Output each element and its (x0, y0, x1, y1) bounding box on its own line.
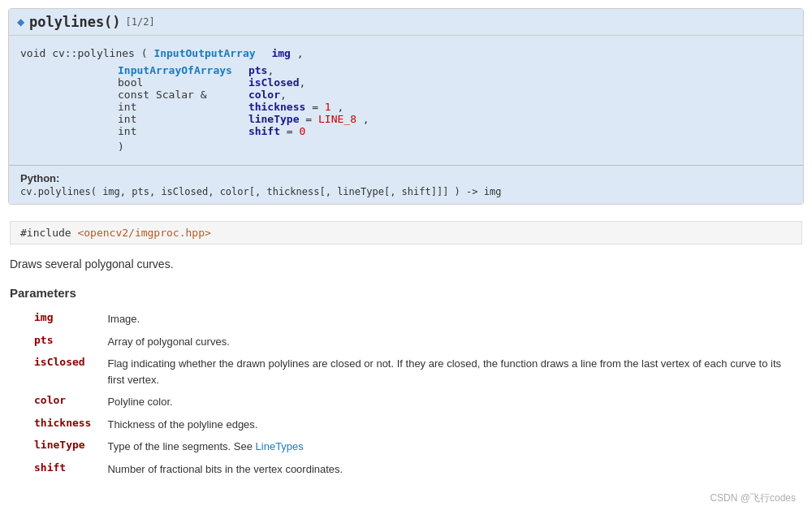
param-desc-color: Polyline color. (104, 391, 802, 413)
param-row-isClosed: bool isClosed, (118, 76, 369, 89)
param-img-name: img (271, 47, 290, 59)
param-img-comma: , (297, 47, 304, 59)
parameters-heading: Parameters (10, 286, 802, 300)
param-name-shift: shift = 0 (248, 125, 369, 137)
param-desc-isClosed: Flag indicating whether the drawn polyli… (104, 353, 802, 391)
python-section: Python: cv.polylines( img, pts, isClosed… (9, 165, 803, 204)
include-filename: <opencv2/imgproc.hpp> (77, 227, 210, 239)
diamond-icon: ◆ (17, 16, 24, 28)
include-directive: #include (20, 227, 71, 239)
param-name-isClosed: isClosed, (248, 76, 369, 89)
param-name-pts: pts, (248, 64, 369, 76)
param-key-pts: pts (10, 331, 104, 353)
param-type-color: const Scalar & (118, 89, 248, 101)
param-desc-img: Image. (104, 308, 802, 331)
description: Draws several polygonal curves. (10, 256, 802, 273)
list-item: shift Number of fractional bits in the v… (10, 458, 802, 481)
param-name-color: color, (248, 89, 369, 101)
signature-header: ◆ polylines() [1/2] (9, 9, 803, 36)
python-label: Python: (20, 172, 792, 184)
param-row-shift: int shift = 0 (118, 125, 369, 137)
param-key-color: color (10, 391, 104, 413)
signature-body: void cv::polylines ( InputOutputArray im… (9, 36, 803, 165)
param-type-pts: InputArrayOfArrays (118, 64, 248, 76)
param-key-thickness: thickness (10, 413, 104, 436)
param-name-thickness: thickness = 1 , (248, 101, 369, 113)
param-desc-shift: Number of fractional bits in the vertex … (104, 458, 802, 481)
watermark: CSDN @飞行codes (8, 491, 804, 505)
param-type-thickness: int (118, 101, 248, 113)
list-item: pts Array of polygonal curves. (10, 331, 802, 353)
params-table: InputArrayOfArrays pts, bool isClosed, c… (118, 64, 369, 137)
signature-box: ◆ polylines() [1/2] void cv::polylines (… (8, 8, 804, 205)
param-row-thickness: int thickness = 1 , (118, 101, 369, 113)
param-name-lineType: lineType = LINE_8 , (248, 113, 369, 125)
param-desc-pts: Array of polygonal curves. (104, 331, 802, 353)
param-row-color: const Scalar & color, (118, 89, 369, 101)
line-types-link[interactable]: LineTypes (256, 440, 304, 452)
open-paren: ( (141, 47, 154, 59)
param-desc-lineType: Type of the line segments. See LineTypes (104, 435, 802, 458)
param-key-lineType: lineType (10, 435, 104, 458)
page-wrapper: ◆ polylines() [1/2] void cv::polylines (… (0, 0, 812, 528)
param-type-shift: int (118, 125, 248, 137)
param-type-isClosed: bool (118, 76, 248, 89)
void-keyword: void cv::polylines (20, 47, 135, 59)
include-box: #include <opencv2/imgproc.hpp> (10, 221, 802, 245)
param-key-img: img (10, 308, 104, 331)
list-item: thickness Thickness of the polyline edge… (10, 413, 802, 436)
param-row-pts: InputArrayOfArrays pts, (118, 64, 369, 76)
python-call: cv.polylines( img, pts, isClosed, color[… (20, 186, 792, 197)
function-name: polylines() (29, 14, 121, 30)
list-item: isClosed Flag indicating whether the dra… (10, 353, 802, 391)
type-inputoutputarray: InputOutputArray (153, 47, 255, 59)
params-list: img Image. pts Array of polygonal curves… (10, 308, 802, 480)
param-row-lineType: int lineType = LINE_8 , (118, 113, 369, 125)
list-item: color Polyline color. (10, 391, 802, 413)
first-sig-line: void cv::polylines ( InputOutputArray im… (20, 44, 792, 64)
closing-paren: ) (118, 137, 792, 158)
param-key-isClosed: isClosed (10, 353, 104, 391)
param-type-lineType: int (118, 113, 248, 125)
param-key-shift: shift (10, 458, 104, 481)
list-item: lineType Type of the line segments. See … (10, 435, 802, 458)
version-badge: [1/2] (126, 16, 155, 28)
content-section: #include <opencv2/imgproc.hpp> Draws sev… (8, 218, 804, 483)
list-item: img Image. (10, 308, 802, 331)
param-desc-thickness: Thickness of the polyline edges. (104, 413, 802, 436)
